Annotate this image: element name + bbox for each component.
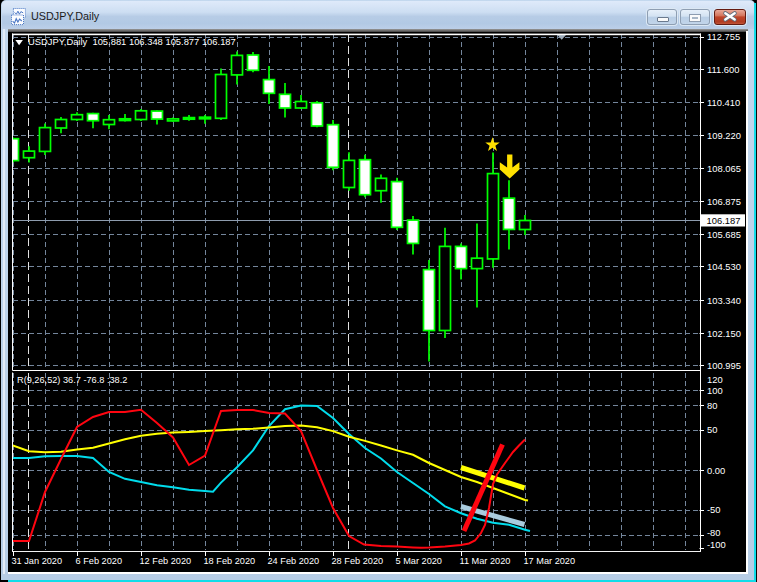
svg-text:80: 80 — [707, 400, 717, 411]
svg-text:-50: -50 — [707, 504, 721, 515]
svg-text:109.220: 109.220 — [707, 130, 741, 141]
svg-text:R(9,26,52) 36.7 -76.8 :38.2: R(9,26,52) 36.7 -76.8 :38.2 — [17, 375, 127, 385]
svg-text:-100: -100 — [707, 539, 726, 550]
svg-text:11 Mar 2020: 11 Mar 2020 — [460, 556, 511, 566]
svg-text:108.065: 108.065 — [707, 163, 741, 174]
svg-text:105.685: 105.685 — [707, 229, 741, 240]
svg-text:104.530: 104.530 — [707, 261, 741, 272]
svg-text:102.150: 102.150 — [707, 328, 741, 339]
svg-text:106.187: 106.187 — [707, 215, 741, 226]
svg-text:28 Feb 2020: 28 Feb 2020 — [332, 556, 384, 566]
svg-text:103.340: 103.340 — [707, 295, 741, 306]
svg-text:6 Feb 2020: 6 Feb 2020 — [76, 556, 123, 566]
svg-text:111.600: 111.600 — [707, 64, 740, 75]
svg-text:24 Feb 2020: 24 Feb 2020 — [268, 556, 320, 566]
svg-text:0.00: 0.00 — [707, 465, 725, 476]
svg-text:12 Feb 2020: 12 Feb 2020 — [140, 556, 192, 566]
svg-text:18 Feb 2020: 18 Feb 2020 — [204, 556, 256, 566]
svg-text:31 Jan 2020: 31 Jan 2020 — [12, 556, 63, 566]
svg-text:106.875: 106.875 — [707, 196, 741, 207]
svg-text:USDJPY,Daily 105.881 106.348: USDJPY,Daily 105.881 106.348 105.877 106… — [28, 36, 236, 47]
svg-text:100: 100 — [707, 385, 723, 396]
svg-text:50: 50 — [707, 424, 717, 435]
svg-text:120: 120 — [707, 374, 723, 385]
svg-text:112.755: 112.755 — [707, 31, 740, 42]
svg-text:5 Mar 2020: 5 Mar 2020 — [396, 556, 442, 566]
svg-text:110.410: 110.410 — [707, 97, 740, 108]
svg-text:17 Mar 2020: 17 Mar 2020 — [524, 556, 576, 566]
svg-text:-80: -80 — [707, 527, 721, 538]
svg-text:100.995: 100.995 — [707, 360, 741, 371]
